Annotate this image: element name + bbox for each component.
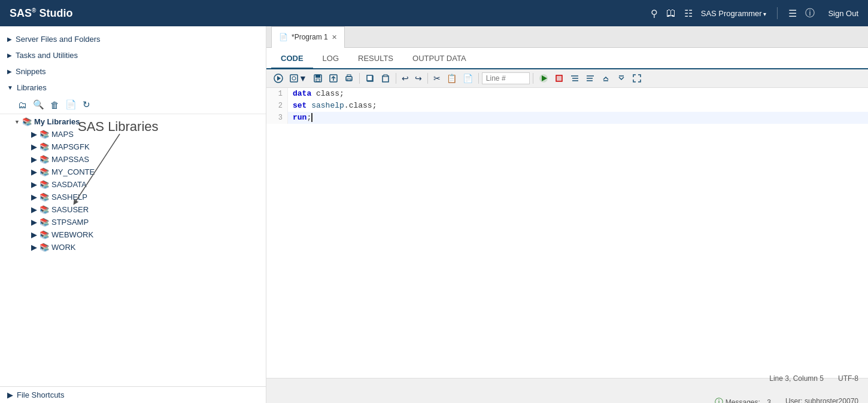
signout-button[interactable]: Sign Out: [828, 9, 858, 18]
sub-tab-log[interactable]: LOG: [313, 49, 348, 69]
sidebar-item-server-files[interactable]: ▶ Server Files and Folders: [0, 31, 266, 47]
collapse-all-button[interactable]: [599, 72, 613, 85]
sidebar-item-label: Libraries: [17, 83, 47, 92]
sub-tab-results[interactable]: RESULTS: [348, 49, 403, 69]
svg-rect-13: [347, 79, 351, 81]
chevron-right-icon: ▶: [31, 218, 37, 227]
svg-rect-8: [316, 79, 320, 81]
new-library-button[interactable]: 🗂: [17, 99, 28, 111]
tab-close-button[interactable]: ✕: [332, 33, 337, 41]
app-logo: SAS® Studio: [10, 7, 72, 20]
sidebar-item-file-shortcuts[interactable]: ▶ File Shortcuts: [0, 386, 266, 403]
grid-icon[interactable]: ☷: [684, 8, 693, 19]
sub-tabs: CODE LOG RESULTS OUTPUT DATA: [266, 48, 868, 69]
save-as-button[interactable]: [326, 72, 341, 85]
toolbar-sep-5: [533, 73, 533, 84]
library-icon: 📚: [40, 130, 49, 139]
delete-button[interactable]: 🗑: [49, 99, 60, 111]
tree-item-my-libraries[interactable]: ▼ 📚 My Libraries: [0, 115, 266, 128]
chevron-right-icon: ▶: [31, 167, 37, 176]
sidebar-item-libraries[interactable]: ▼ Libraries: [0, 80, 266, 96]
copy-tab-button[interactable]: [363, 72, 377, 85]
sub-tab-code[interactable]: CODE: [271, 49, 313, 69]
indent-button[interactable]: [567, 72, 582, 85]
chevron-right-icon: ▶: [31, 142, 37, 151]
filter-button[interactable]: 🔍: [32, 98, 45, 111]
search-icon[interactable]: ⚲: [651, 8, 658, 19]
notifications-icon[interactable]: 🕮: [666, 8, 676, 19]
submit-button[interactable]: [536, 72, 551, 85]
tree-item-label: STPSAMP: [51, 218, 89, 227]
library-icon: 📚: [40, 205, 49, 214]
library-icon: 📚: [40, 142, 49, 151]
toolbar-sep-1: [359, 73, 360, 84]
chevron-right-icon: ▶: [31, 193, 37, 202]
help-icon[interactable]: ⓘ: [805, 7, 815, 20]
run-man-button[interactable]: [271, 72, 286, 85]
header-icons: ⚲ 🕮 ☷ SAS Programmer ☰ ⓘ Sign Out: [651, 7, 858, 20]
save-dropdown-button[interactable]: ▼: [287, 72, 309, 85]
redo-button[interactable]: ↪: [412, 72, 424, 85]
header-divider: [777, 7, 778, 19]
line-code: data class;: [288, 88, 349, 100]
properties-button[interactable]: 📄: [64, 98, 78, 111]
line-number-input[interactable]: [482, 72, 530, 84]
chevron-right-icon: ▶: [7, 36, 12, 42]
print-button[interactable]: [342, 72, 356, 85]
code-line-1: 1 data class;: [266, 88, 868, 100]
cursor-position: Line 3, Column 5: [769, 374, 824, 383]
undo-button[interactable]: ↩: [399, 72, 411, 85]
chevron-right-icon: ▶: [31, 180, 37, 189]
tree-item-maps[interactable]: ▶ 📚 MAPS: [0, 128, 266, 141]
scissors-button[interactable]: ✂: [431, 72, 443, 85]
messages-label: Messages:: [726, 398, 760, 404]
svg-marker-3: [277, 76, 281, 81]
sidebar-content: ▶ Server Files and Folders ▶ Tasks and U…: [0, 26, 266, 386]
stop-button[interactable]: [552, 72, 566, 85]
chevron-right-icon: ▶: [31, 155, 37, 164]
status-row-messages: ⓘ Messages: 3 User: subhroster20070: [276, 397, 858, 404]
svg-rect-12: [347, 75, 351, 77]
tree-item-label: SASDATA: [51, 180, 87, 189]
sidebar-item-snippets[interactable]: ▶ Snippets: [0, 63, 266, 80]
tree-item-label: MAPSGFK: [51, 142, 90, 151]
code-editor[interactable]: 1 data class; 2 set sashelp.class; 3 run…: [266, 88, 868, 378]
library-tree: ▼ 📚 My Libraries ▶ 📚 MAPS ▶ 📚 MAPSGFK: [0, 114, 266, 255]
fullscreen-button[interactable]: [630, 72, 644, 85]
chevron-right-icon: ▶: [7, 390, 13, 399]
expand-all-button[interactable]: [614, 72, 629, 85]
tree-item-stpsamp[interactable]: ▶ 📚 STPSAMP: [0, 216, 266, 228]
tree-item-sasuser[interactable]: ▶ 📚 SASUSER: [0, 203, 266, 216]
tree-item-webwork[interactable]: ▶ 📚 WEBWORK: [0, 228, 266, 241]
tree-item-sasdata[interactable]: ▶ 📚 SASDATA: [0, 178, 266, 191]
encoding: UTF-8: [838, 374, 858, 383]
chevron-right-icon: ▶: [31, 230, 37, 239]
tree-item-mapssas[interactable]: ▶ 📚 MAPSSAS: [0, 153, 266, 166]
sidebar-item-label: Server Files and Folders: [16, 35, 101, 44]
copy-button[interactable]: 📋: [444, 72, 459, 85]
sidebar-item-label: File Shortcuts: [17, 390, 64, 399]
tab-program1[interactable]: 📄 *Program 1 ✕: [271, 26, 345, 48]
tree-item-my-conte[interactable]: ▶ 📚 MY_CONTE: [0, 166, 266, 178]
outdent-button[interactable]: [583, 72, 597, 85]
tree-item-mapsgfk[interactable]: ▶ 📚 MAPSGFK: [0, 141, 266, 153]
toolbar-sep-2: [396, 73, 396, 84]
paste-button[interactable]: [378, 72, 393, 85]
tree-item-label: MY_CONTE: [51, 167, 95, 176]
paste2-button[interactable]: 📄: [460, 72, 475, 85]
user-menu[interactable]: SAS Programmer: [701, 9, 767, 18]
save-button[interactable]: [311, 72, 325, 85]
tree-item-work[interactable]: ▶ 📚 WORK: [0, 241, 266, 254]
library-icon: 📚: [40, 230, 49, 239]
refresh-button[interactable]: ↻: [81, 98, 92, 111]
sidebar-item-label: Tasks and Utilities: [16, 51, 78, 60]
menu-icon[interactable]: ☰: [788, 8, 797, 19]
code-line-3: 3 run;: [266, 112, 868, 124]
code-lines: 1 data class; 2 set sashelp.class; 3 run…: [266, 88, 868, 378]
tree-item-label: MAPSSAS: [51, 155, 89, 164]
sub-tab-output-data[interactable]: OUTPUT DATA: [403, 49, 476, 69]
sidebar-item-tasks[interactable]: ▶ Tasks and Utilities: [0, 47, 266, 63]
status-bar: Line 3, Column 5 UTF-8 ⓘ Messages: 3 Use…: [266, 378, 868, 403]
tree-item-sashelp[interactable]: ▶ 📚 SASHELP SAS Libraries: [0, 191, 266, 203]
line-code: run;: [288, 112, 322, 124]
